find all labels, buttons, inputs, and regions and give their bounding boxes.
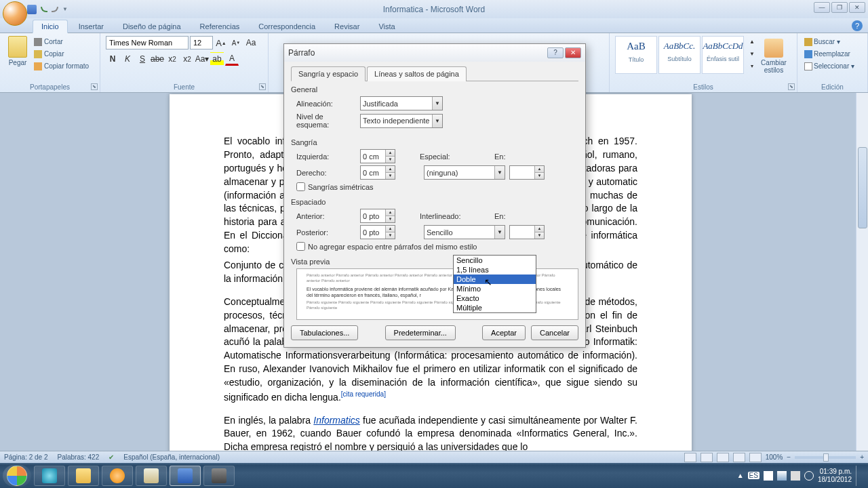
shrink-font-icon[interactable]: A▼ <box>229 36 243 49</box>
special-select[interactable]: (ninguna)▼ <box>424 165 505 180</box>
tabs-button[interactable]: Tabulaciones... <box>291 325 358 340</box>
taskbar-media[interactable] <box>102 466 133 486</box>
cut-button[interactable]: Cortar <box>33 36 90 48</box>
maximize-button[interactable]: ❐ <box>831 2 848 13</box>
spin-down-icon[interactable]: ▼ <box>385 216 395 222</box>
spin-up-icon[interactable]: ▲ <box>385 209 395 216</box>
option-exacto[interactable]: Exacto <box>454 293 536 303</box>
zoom-out-button[interactable]: − <box>787 453 791 461</box>
zoom-in-button[interactable]: + <box>860 453 864 461</box>
checkbox-icon[interactable] <box>296 182 305 191</box>
status-words[interactable]: Palabras: 422 <box>58 453 100 461</box>
tab-indent-spacing[interactable]: Sangría y espacio <box>291 66 366 81</box>
option-15lineas[interactable]: 1,5 líneas <box>454 265 536 274</box>
spin-up-icon[interactable]: ▲ <box>385 226 395 232</box>
tab-diseno[interactable]: Diseño de página <box>115 20 189 33</box>
tab-inicio[interactable]: Inicio <box>33 20 68 33</box>
show-desktop-button[interactable] <box>856 466 861 486</box>
network-icon[interactable] <box>777 471 787 481</box>
taskbar-explorer[interactable] <box>68 466 99 486</box>
option-multiple[interactable]: Múltiple <box>454 303 536 312</box>
spin-up-icon[interactable]: ▲ <box>534 166 544 173</box>
taskbar-app[interactable] <box>136 466 167 486</box>
zoom-slider[interactable] <box>795 456 856 459</box>
tab-line-breaks[interactable]: Líneas y saltos de página <box>367 66 467 81</box>
view-fullscreen-icon[interactable] <box>701 453 713 462</box>
scrollbar-thumb[interactable] <box>858 147 867 228</box>
strike-icon[interactable]: abe <box>151 52 164 66</box>
line-spacing-select[interactable]: Sencillo▼ <box>424 225 505 239</box>
spin-down-icon[interactable]: ▼ <box>385 232 395 239</box>
cancel-button[interactable]: Cancelar <box>531 325 578 340</box>
option-doble[interactable]: Doble <box>454 274 536 284</box>
change-case-icon[interactable]: Aa▾ <box>195 52 209 66</box>
vertical-scrollbar[interactable] <box>856 93 868 451</box>
zoom-thumb[interactable] <box>823 453 829 462</box>
style-emphasis[interactable]: AaBbCcDdÉnfasis sutil <box>702 36 744 74</box>
volume-icon[interactable] <box>791 471 800 481</box>
format-painter-button[interactable]: Copiar formato <box>33 60 90 73</box>
font-color-icon[interactable]: A <box>225 52 239 66</box>
italic-icon[interactable]: K <box>121 52 134 66</box>
dialog-launcher-icon[interactable]: ⬊ <box>259 83 266 90</box>
spin-up-icon[interactable]: ▲ <box>385 166 395 173</box>
right-indent-input[interactable]: 0 cm▲▼ <box>360 165 395 180</box>
qat-more-icon[interactable]: ▼ <box>62 6 68 12</box>
close-button[interactable]: ✕ <box>849 2 865 13</box>
spin-down-icon[interactable]: ▼ <box>385 173 395 179</box>
highlight-icon[interactable]: ab <box>210 52 224 66</box>
by-input[interactable]: ▲▼ <box>509 165 545 180</box>
dialog-launcher-icon[interactable]: ⬊ <box>91 83 98 90</box>
no-space-checkbox[interactable]: No agregar espacio entre párrafos del mi… <box>296 242 578 251</box>
tray-clock[interactable]: 01:39 p.m. 18/10/2012 <box>818 468 852 484</box>
left-indent-input[interactable]: 0 cm▲▼ <box>360 149 395 163</box>
bold-icon[interactable]: N <box>106 52 119 66</box>
find-button[interactable]: Buscar ▾ <box>803 36 862 48</box>
spin-down-icon[interactable]: ▼ <box>385 157 395 163</box>
tab-correspondencia[interactable]: Correspondencia <box>250 20 323 33</box>
ok-button[interactable]: Aceptar <box>482 325 526 340</box>
save-icon[interactable] <box>27 5 37 14</box>
at-input[interactable]: ▲▼ <box>509 225 545 239</box>
tab-revisar[interactable]: Revisar <box>326 20 368 33</box>
taskbar-ie[interactable] <box>34 466 65 486</box>
tray-more-icon[interactable]: ▲ <box>737 472 744 479</box>
option-minimo[interactable]: Mínimo <box>454 284 536 293</box>
office-button[interactable] <box>3 1 27 26</box>
tab-insertar[interactable]: Insertar <box>71 20 112 33</box>
view-outline-icon[interactable] <box>733 453 745 462</box>
tab-referencias[interactable]: Referencias <box>192 20 248 33</box>
spin-down-icon[interactable]: ▼ <box>534 173 544 179</box>
status-lang[interactable]: Español (España, internacional) <box>123 453 220 461</box>
replace-button[interactable]: Reemplazar <box>803 48 862 60</box>
subscript-icon[interactable]: x2 <box>165 52 179 66</box>
font-size-select[interactable] <box>190 36 213 49</box>
superscript-icon[interactable]: x2 <box>180 52 194 66</box>
clock-icon[interactable] <box>804 471 814 481</box>
copy-button[interactable]: Copiar <box>33 48 90 60</box>
alignment-select[interactable]: Justificada▼ <box>360 96 443 110</box>
after-input[interactable]: 0 pto▲▼ <box>360 225 395 239</box>
link[interactable]: Informatics <box>313 415 359 426</box>
checkbox-icon[interactable] <box>296 242 305 251</box>
help-button[interactable]: ? <box>852 20 863 31</box>
spell-icon[interactable]: ✔ <box>108 453 114 461</box>
paste-button[interactable]: Pegar <box>5 36 30 73</box>
view-draft-icon[interactable] <box>749 453 762 462</box>
redo-icon[interactable] <box>52 7 58 12</box>
action-center-icon[interactable] <box>764 471 773 481</box>
before-input[interactable]: 0 pto▲▼ <box>360 209 395 223</box>
minimize-button[interactable]: — <box>814 2 830 13</box>
status-page[interactable]: Página: 2 de 2 <box>4 453 48 461</box>
select-button[interactable]: Seleccionar ▾ <box>803 60 862 73</box>
style-subtitle[interactable]: AaBbCc.Subtítulo <box>658 36 701 74</box>
font-name-select[interactable] <box>106 36 189 49</box>
zoom-percent[interactable]: 100% <box>766 453 783 461</box>
citation-needed[interactable]: [cita requerida] <box>341 390 386 398</box>
style-title[interactable]: AaBTítulo <box>615 36 657 74</box>
grow-font-icon[interactable]: A▲ <box>214 36 228 49</box>
dialog-close-button[interactable]: ✕ <box>565 47 581 58</box>
spin-down-icon[interactable]: ▼ <box>534 232 544 239</box>
start-button[interactable] <box>3 465 31 487</box>
mirror-indents-checkbox[interactable]: Sangrías simétricas <box>296 182 578 191</box>
